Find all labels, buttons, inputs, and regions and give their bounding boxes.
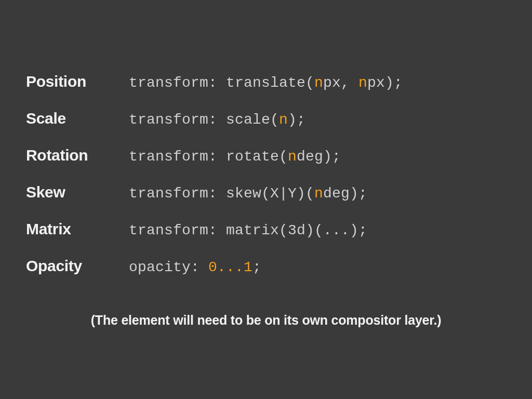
row-label: Scale [26, 110, 129, 127]
code-highlight: n [279, 112, 288, 128]
table-row: Positiontransform: translate(npx, npx); [26, 73, 506, 91]
table-row: Scaletransform: scale(n); [26, 110, 506, 128]
code-text: ); [288, 112, 305, 128]
code-highlight: n [358, 75, 367, 91]
code-text: opacity: [129, 259, 208, 275]
code-text: ; [252, 259, 261, 275]
table-row: Skewtransform: skew(X|Y)(ndeg); [26, 183, 506, 202]
table-row: Matrixtransform: matrix(3d)(...); [26, 220, 506, 238]
code-text: deg); [323, 185, 367, 202]
transform-table: Positiontransform: translate(npx, npx);S… [26, 73, 506, 275]
code-text: px, [323, 75, 358, 91]
code-text: px); [367, 75, 403, 91]
row-label: Matrix [26, 220, 129, 238]
row-code: transform: translate(npx, npx); [129, 75, 403, 91]
code-text: deg); [297, 149, 341, 165]
code-text: transform: rotate( [129, 149, 288, 165]
code-text: transform: matrix(3d)(...); [129, 222, 367, 238]
code-highlight: 0...1 [208, 259, 252, 275]
code-text: transform: translate( [129, 75, 314, 91]
slide: Positiontransform: translate(npx, npx);S… [0, 0, 532, 399]
code-highlight: n [314, 75, 323, 91]
code-highlight: n [314, 185, 323, 202]
row-code: transform: matrix(3d)(...); [129, 222, 367, 238]
table-row: Rotationtransform: rotate(ndeg); [26, 147, 506, 165]
code-highlight: n [288, 149, 297, 165]
row-label: Skew [26, 183, 129, 201]
code-text: transform: skew(X|Y)( [129, 185, 314, 202]
footnote: (The element will need to be on its own … [26, 313, 506, 328]
row-code: transform: scale(n); [129, 112, 305, 128]
row-code: transform: rotate(ndeg); [129, 149, 341, 165]
row-code: opacity: 0...1; [129, 259, 261, 275]
row-label: Position [26, 73, 129, 90]
row-code: transform: skew(X|Y)(ndeg); [129, 185, 367, 202]
row-label: Rotation [26, 147, 129, 164]
row-label: Opacity [26, 257, 129, 275]
table-row: Opacityopacity: 0...1; [26, 257, 506, 275]
code-text: transform: scale( [129, 112, 279, 128]
